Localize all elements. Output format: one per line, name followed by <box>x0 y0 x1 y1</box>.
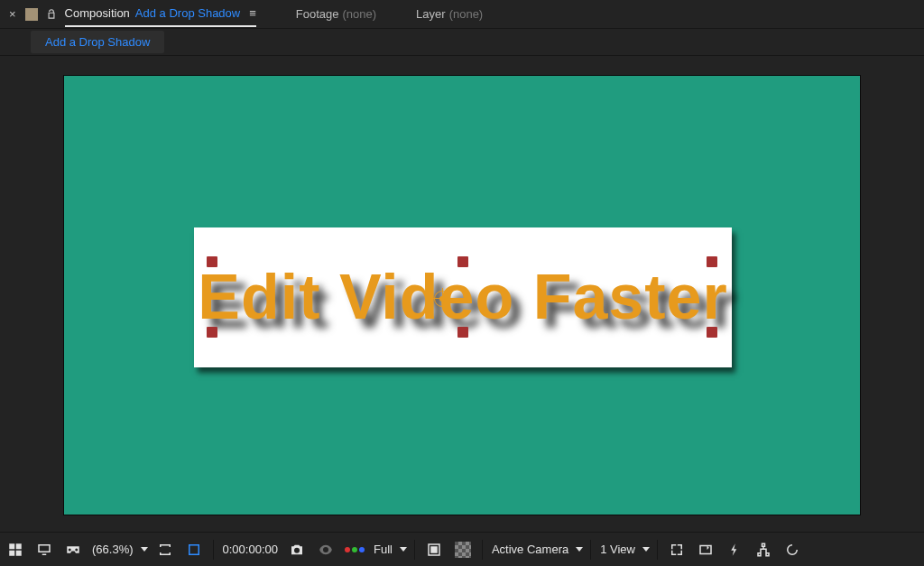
tab-layer[interactable]: Layer (none) <box>416 7 483 21</box>
selection-handle[interactable] <box>207 256 217 267</box>
comp-color-swatch <box>25 8 38 21</box>
region-of-interest-icon[interactable] <box>422 537 446 562</box>
resolution-dropdown[interactable]: Full <box>372 543 407 556</box>
resolution-value: Full <box>372 543 394 556</box>
tab-footage-state: (none) <box>343 7 377 21</box>
reset-exposure-icon[interactable] <box>781 537 804 562</box>
selection-handle[interactable] <box>207 327 217 338</box>
separator <box>414 540 415 560</box>
flowchart-breadcrumb-row: Add a Drop Shadow <box>0 29 924 56</box>
selection-handle[interactable] <box>707 327 717 338</box>
monitor-icon[interactable] <box>32 537 56 562</box>
tab-layer-state: (none) <box>449 7 484 21</box>
panel-menu-icon[interactable]: ≡ <box>249 6 256 20</box>
channel-icon[interactable] <box>343 537 366 562</box>
chevron-down-icon <box>141 547 148 552</box>
flowchart-icon[interactable] <box>752 537 775 562</box>
zoom-value: (66.3%) <box>90 543 135 556</box>
vr-goggles-icon[interactable] <box>61 537 85 562</box>
transparency-grid-icon[interactable] <box>451 537 475 562</box>
tab-composition-link: Add a Drop Shadow <box>135 6 240 20</box>
camera-value: Active Camera <box>490 543 570 556</box>
title-text: Edit Video Faster <box>198 261 728 333</box>
mask-visibility-icon[interactable] <box>182 537 206 562</box>
camera-dropdown[interactable]: Active Camera <box>490 543 583 556</box>
pixel-aspect-icon[interactable] <box>694 537 717 562</box>
viewer-bottom-bar: (66.3%) 0:00:00:00 Full <box>0 532 924 566</box>
chevron-down-icon <box>576 547 583 552</box>
tab-composition-label: Composition <box>65 6 130 20</box>
chevron-down-icon <box>642 547 650 552</box>
close-tab-button[interactable]: × <box>7 5 18 23</box>
resolution-toggle-icon[interactable] <box>153 537 177 562</box>
magnification-grid-icon[interactable] <box>4 537 27 562</box>
title-card-layer[interactable]: Edit Video Faster <box>194 227 732 367</box>
share-view-icon[interactable] <box>665 537 688 562</box>
views-dropdown[interactable]: 1 View <box>598 543 650 556</box>
selection-handle[interactable] <box>457 327 468 338</box>
fast-preview-icon[interactable] <box>723 537 746 562</box>
separator <box>482 540 483 560</box>
views-value: 1 View <box>598 543 637 556</box>
viewer-canvas-wrap: Edit Video Faster <box>0 56 924 532</box>
separator <box>590 540 591 560</box>
selection-handle[interactable] <box>707 256 717 267</box>
tab-footage-label: Footage <box>296 7 339 21</box>
chevron-down-icon <box>400 547 407 552</box>
composition-canvas[interactable]: Edit Video Faster <box>63 75 861 515</box>
timecode-display[interactable]: 0:00:00:00 <box>221 543 280 556</box>
anchor-point-icon[interactable] <box>434 291 450 307</box>
separator <box>657 540 658 560</box>
lock-icon[interactable] <box>45 8 58 21</box>
viewer-tabs-bar: × Composition Add a Drop Shadow ≡ Footag… <box>0 0 924 29</box>
separator <box>213 540 214 560</box>
zoom-dropdown[interactable]: (66.3%) <box>90 543 148 556</box>
tab-composition[interactable]: Composition Add a Drop Shadow ≡ <box>65 1 256 27</box>
show-snapshot-icon <box>314 537 337 562</box>
breadcrumb-comp[interactable]: Add a Drop Shadow <box>31 31 164 53</box>
selection-handle[interactable] <box>457 256 468 267</box>
snapshot-icon[interactable] <box>285 537 309 562</box>
tab-layer-label: Layer <box>416 7 446 21</box>
tab-footage[interactable]: Footage (none) <box>296 7 376 21</box>
